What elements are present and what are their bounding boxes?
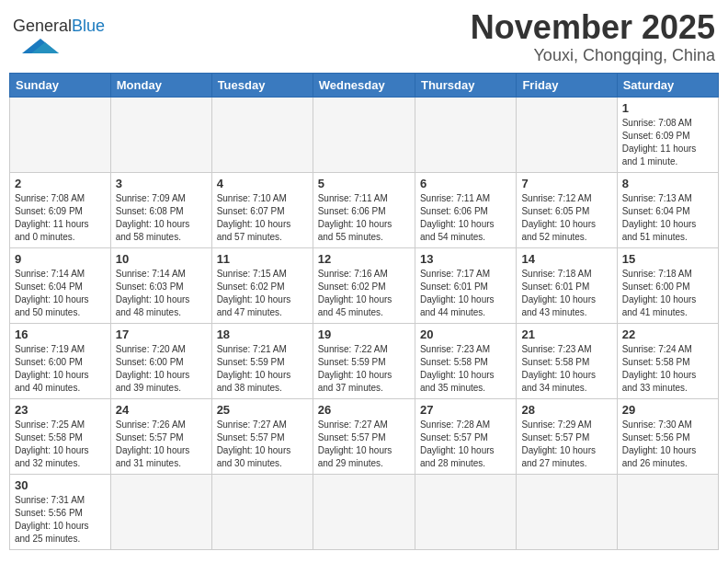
- calendar-cell: [517, 474, 617, 549]
- calendar-cell: 5Sunrise: 7:11 AM Sunset: 6:06 PM Daylig…: [313, 172, 415, 247]
- calendar-week-row: 1Sunrise: 7:08 AM Sunset: 6:09 PM Daylig…: [10, 97, 719, 172]
- day-info: Sunrise: 7:31 AM Sunset: 5:56 PM Dayligh…: [15, 494, 106, 546]
- day-info: Sunrise: 7:19 AM Sunset: 6:00 PM Dayligh…: [15, 343, 106, 395]
- day-info: Sunrise: 7:21 AM Sunset: 5:59 PM Dayligh…: [217, 343, 308, 395]
- day-number: 2: [15, 177, 106, 190]
- logo: GeneralBlue: [13, 17, 105, 59]
- calendar-cell: 15Sunrise: 7:18 AM Sunset: 6:00 PM Dayli…: [617, 247, 718, 323]
- calendar-cell: [211, 474, 313, 549]
- calendar-cell: 22Sunrise: 7:24 AM Sunset: 5:58 PM Dayli…: [617, 323, 718, 398]
- day-info: Sunrise: 7:22 AM Sunset: 5:59 PM Dayligh…: [318, 343, 410, 395]
- calendar-cell: 12Sunrise: 7:16 AM Sunset: 6:02 PM Dayli…: [313, 247, 415, 323]
- day-info: Sunrise: 7:12 AM Sunset: 6:05 PM Dayligh…: [521, 192, 611, 244]
- day-number: 13: [420, 252, 511, 266]
- day-info: Sunrise: 7:17 AM Sunset: 6:01 PM Dayligh…: [420, 268, 511, 319]
- calendar-cell: [211, 97, 313, 172]
- day-info: Sunrise: 7:13 AM Sunset: 6:04 PM Dayligh…: [622, 192, 713, 244]
- day-info: Sunrise: 7:11 AM Sunset: 6:06 PM Dayligh…: [318, 192, 410, 244]
- calendar-week-row: 9Sunrise: 7:14 AM Sunset: 6:04 PM Daylig…: [10, 247, 719, 323]
- day-number: 9: [15, 252, 106, 266]
- day-number: 29: [622, 403, 713, 417]
- day-number: 8: [622, 177, 713, 190]
- calendar-cell: 21Sunrise: 7:23 AM Sunset: 5:58 PM Dayli…: [517, 323, 617, 398]
- day-number: 6: [420, 177, 511, 190]
- day-number: 21: [521, 327, 611, 341]
- calendar-week-row: 23Sunrise: 7:25 AM Sunset: 5:58 PM Dayli…: [10, 398, 719, 474]
- day-info: Sunrise: 7:23 AM Sunset: 5:58 PM Dayligh…: [420, 343, 511, 395]
- day-number: 15: [622, 252, 713, 266]
- weekday-header-sunday: Sunday: [10, 73, 111, 97]
- day-number: 25: [217, 403, 308, 417]
- weekday-header-thursday: Thursday: [415, 73, 516, 97]
- day-number: 26: [318, 403, 410, 417]
- day-info: Sunrise: 7:29 AM Sunset: 5:57 PM Dayligh…: [521, 419, 611, 470]
- calendar-cell: 1Sunrise: 7:08 AM Sunset: 6:09 PM Daylig…: [617, 97, 718, 172]
- day-info: Sunrise: 7:08 AM Sunset: 6:09 PM Dayligh…: [15, 192, 106, 244]
- calendar-cell: 30Sunrise: 7:31 AM Sunset: 5:56 PM Dayli…: [10, 474, 111, 549]
- calendar-cell: 27Sunrise: 7:28 AM Sunset: 5:57 PM Dayli…: [415, 398, 516, 474]
- calendar-cell: 7Sunrise: 7:12 AM Sunset: 6:05 PM Daylig…: [517, 172, 617, 247]
- calendar-cell: 25Sunrise: 7:27 AM Sunset: 5:57 PM Dayli…: [211, 398, 313, 474]
- day-number: 11: [217, 252, 308, 266]
- day-info: Sunrise: 7:10 AM Sunset: 6:07 PM Dayligh…: [217, 192, 308, 244]
- calendar-cell: 3Sunrise: 7:09 AM Sunset: 6:08 PM Daylig…: [110, 172, 211, 247]
- logo-general: General: [13, 17, 72, 35]
- title-section: November 2025 Youxi, Chongqing, China: [471, 9, 715, 65]
- day-info: Sunrise: 7:14 AM Sunset: 6:03 PM Dayligh…: [116, 268, 207, 319]
- day-number: 7: [521, 177, 611, 190]
- day-info: Sunrise: 7:14 AM Sunset: 6:04 PM Dayligh…: [15, 268, 106, 319]
- calendar-cell: 20Sunrise: 7:23 AM Sunset: 5:58 PM Dayli…: [415, 323, 516, 398]
- header: GeneralBlue November 2025 Youxi, Chongqi…: [9, 9, 719, 65]
- day-info: Sunrise: 7:20 AM Sunset: 6:00 PM Dayligh…: [116, 343, 207, 395]
- calendar-cell: [415, 97, 516, 172]
- day-number: 10: [116, 252, 207, 266]
- day-number: 4: [217, 177, 308, 190]
- weekday-header-saturday: Saturday: [617, 73, 718, 97]
- calendar-cell: 13Sunrise: 7:17 AM Sunset: 6:01 PM Dayli…: [415, 247, 516, 323]
- day-info: Sunrise: 7:16 AM Sunset: 6:02 PM Dayligh…: [318, 268, 410, 319]
- calendar-cell: [313, 474, 415, 549]
- calendar-week-row: 16Sunrise: 7:19 AM Sunset: 6:00 PM Dayli…: [10, 323, 719, 398]
- weekday-header-monday: Monday: [110, 73, 211, 97]
- calendar-cell: 23Sunrise: 7:25 AM Sunset: 5:58 PM Dayli…: [10, 398, 111, 474]
- calendar-cell: [110, 97, 211, 172]
- calendar-cell: 28Sunrise: 7:29 AM Sunset: 5:57 PM Dayli…: [517, 398, 617, 474]
- month-title: November 2025: [471, 9, 715, 46]
- day-number: 22: [622, 327, 713, 341]
- day-info: Sunrise: 7:30 AM Sunset: 5:56 PM Dayligh…: [622, 419, 713, 470]
- weekday-header-tuesday: Tuesday: [211, 73, 313, 97]
- location-title: Youxi, Chongqing, China: [471, 46, 715, 65]
- calendar-cell: 4Sunrise: 7:10 AM Sunset: 6:07 PM Daylig…: [211, 172, 313, 247]
- day-info: Sunrise: 7:11 AM Sunset: 6:06 PM Dayligh…: [420, 192, 511, 244]
- calendar-cell: 29Sunrise: 7:30 AM Sunset: 5:56 PM Dayli…: [617, 398, 718, 474]
- calendar-cell: 11Sunrise: 7:15 AM Sunset: 6:02 PM Dayli…: [211, 247, 313, 323]
- day-info: Sunrise: 7:15 AM Sunset: 6:02 PM Dayligh…: [217, 268, 308, 319]
- calendar-cell: 19Sunrise: 7:22 AM Sunset: 5:59 PM Dayli…: [313, 323, 415, 398]
- weekday-header-wednesday: Wednesday: [313, 73, 415, 97]
- day-number: 27: [420, 403, 511, 417]
- day-number: 18: [217, 327, 308, 341]
- calendar-cell: [617, 474, 718, 549]
- day-info: Sunrise: 7:27 AM Sunset: 5:57 PM Dayligh…: [318, 419, 410, 470]
- day-number: 30: [15, 478, 106, 492]
- calendar-cell: 26Sunrise: 7:27 AM Sunset: 5:57 PM Dayli…: [313, 398, 415, 474]
- calendar-cell: 17Sunrise: 7:20 AM Sunset: 6:00 PM Dayli…: [110, 323, 211, 398]
- calendar-cell: 2Sunrise: 7:08 AM Sunset: 6:09 PM Daylig…: [10, 172, 111, 247]
- day-info: Sunrise: 7:28 AM Sunset: 5:57 PM Dayligh…: [420, 419, 511, 470]
- day-number: 28: [521, 403, 611, 417]
- calendar-cell: 10Sunrise: 7:14 AM Sunset: 6:03 PM Dayli…: [110, 247, 211, 323]
- day-number: 16: [15, 327, 106, 341]
- day-number: 3: [116, 177, 207, 190]
- calendar-cell: 9Sunrise: 7:14 AM Sunset: 6:04 PM Daylig…: [10, 247, 111, 323]
- calendar-week-row: 30Sunrise: 7:31 AM Sunset: 5:56 PM Dayli…: [10, 474, 719, 549]
- calendar-cell: [517, 97, 617, 172]
- calendar-cell: 16Sunrise: 7:19 AM Sunset: 6:00 PM Dayli…: [10, 323, 111, 398]
- calendar-cell: [313, 97, 415, 172]
- calendar-cell: 24Sunrise: 7:26 AM Sunset: 5:57 PM Dayli…: [110, 398, 211, 474]
- calendar-cell: [415, 474, 516, 549]
- day-info: Sunrise: 7:18 AM Sunset: 6:01 PM Dayligh…: [521, 268, 611, 319]
- day-number: 14: [521, 252, 611, 266]
- day-number: 23: [15, 403, 106, 417]
- calendar-cell: [110, 474, 211, 549]
- weekday-header-row: SundayMondayTuesdayWednesdayThursdayFrid…: [10, 73, 719, 97]
